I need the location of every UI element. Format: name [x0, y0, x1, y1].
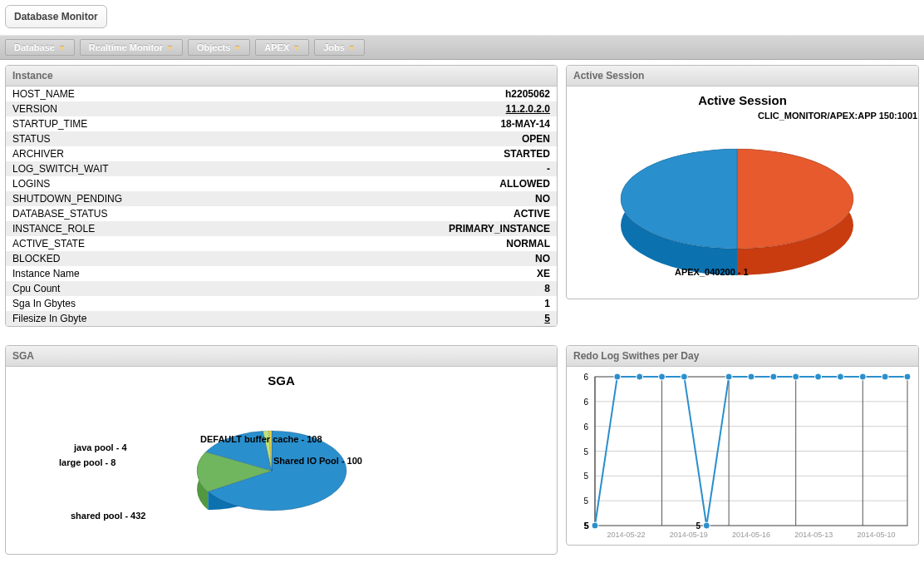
instance-key: Instance Name: [12, 268, 80, 279]
instance-key: STARTUP_TIME: [12, 118, 87, 130]
panel-sga: SGA SGA DEFAULT buffer cache - 108Shared…: [5, 345, 558, 555]
svg-text:6: 6: [583, 373, 588, 382]
instance-key: Filesize In Gbyte: [12, 313, 86, 324]
svg-text:6: 6: [583, 398, 588, 407]
panel-title-sga: SGA: [6, 346, 557, 367]
svg-text:6: 6: [615, 370, 620, 372]
panel-redo: Redo Log Swithes per Day 666555556666566…: [566, 345, 919, 546]
svg-text:2014-05-13: 2014-05-13: [794, 531, 833, 539]
instance-row: ARCHIVERSTARTED: [6, 146, 557, 161]
svg-point-40: [815, 373, 822, 380]
instance-value[interactable]: 11.2.0.2.0: [506, 103, 550, 115]
instance-row: ACTIVE_STATENORMAL: [6, 236, 557, 251]
instance-value: 18-MAY-14: [500, 118, 550, 130]
panel-instance: Instance HOST_NAMEh2205062VERSION11.2.0.…: [5, 65, 558, 327]
svg-text:2014-05-10: 2014-05-10: [857, 531, 895, 539]
instance-value: STARTED: [504, 148, 550, 160]
chart-slice-label: shared pool - 432: [71, 511, 145, 521]
chart-slice-label: large pool - 8: [59, 457, 116, 467]
chevron-down-icon: ▼: [58, 44, 66, 52]
menu-jobs[interactable]: Jobs▼: [314, 39, 365, 56]
chevron-down-icon: ▼: [292, 44, 300, 52]
svg-text:5: 5: [583, 472, 588, 481]
instance-value: 8: [544, 283, 550, 294]
instance-key: ACTIVE_STATE: [12, 238, 85, 249]
chart-title-sga: SGA: [6, 373, 557, 388]
instance-row: Filesize In Gbyte5: [6, 311, 557, 326]
svg-text:6: 6: [771, 370, 776, 372]
svg-text:6: 6: [682, 370, 687, 372]
instance-key: DATABASE_STATUS: [12, 208, 107, 220]
chart-slice-label: Shared IO Pool - 100: [273, 456, 362, 466]
instance-value: NORMAL: [506, 238, 550, 249]
chart-slice-label: java pool - 4: [74, 442, 127, 452]
menu-label: APEX: [264, 42, 289, 52]
instance-row: STARTUP_TIME18-MAY-14: [6, 116, 557, 131]
instance-value[interactable]: 5: [544, 313, 550, 324]
panel-title-instance: Instance: [6, 66, 557, 86]
instance-row: LOGINSALLOWED: [6, 176, 557, 191]
svg-point-36: [770, 373, 777, 380]
svg-text:5: 5: [584, 521, 589, 531]
app-title-button[interactable]: Database Monitor: [5, 5, 107, 28]
svg-text:5: 5: [583, 496, 588, 506]
instance-value: 1: [544, 298, 550, 309]
svg-point-22: [614, 373, 621, 380]
chart-slice-label: CLIC_MONITOR/APEX:APP 150:1001 -: [758, 111, 919, 121]
chart-title-active-session: Active Session: [567, 93, 918, 107]
instance-row: STATUSOPEN: [6, 131, 557, 146]
instance-key: INSTANCE_ROLE: [12, 223, 95, 235]
instance-row: DATABASE_STATUSACTIVE: [6, 206, 557, 221]
instance-row: BLOCKEDNO: [6, 251, 557, 266]
instance-row: HOST_NAMEh2205062: [6, 86, 557, 101]
menu-objects[interactable]: Objects▼: [188, 39, 250, 56]
instance-table: HOST_NAMEh2205062VERSION11.2.0.2.0STARTU…: [6, 86, 557, 326]
svg-text:2014-05-22: 2014-05-22: [607, 531, 646, 539]
svg-text:2014-05-16: 2014-05-16: [732, 531, 770, 539]
instance-row: Instance NameXE: [6, 266, 557, 281]
instance-value: -: [547, 163, 550, 175]
svg-point-20: [592, 522, 598, 529]
instance-value: ACTIVE: [514, 208, 550, 220]
instance-row: VERSION11.2.0.2.0: [6, 101, 557, 116]
instance-value: OPEN: [522, 133, 550, 145]
svg-text:6: 6: [816, 370, 821, 372]
svg-point-38: [793, 373, 799, 380]
svg-point-32: [725, 373, 732, 380]
svg-text:6: 6: [861, 370, 866, 372]
main-menubar: Database▼Realtime Monitor▼Objects▼APEX▼J…: [0, 35, 924, 60]
instance-value: NO: [535, 253, 550, 264]
chart-sga: DEFAULT buffer cache - 108Shared IO Pool…: [6, 388, 557, 554]
svg-point-24: [636, 373, 643, 380]
svg-point-42: [837, 373, 843, 380]
svg-point-46: [882, 373, 888, 380]
svg-text:6: 6: [905, 370, 910, 372]
menu-label: Objects: [197, 42, 230, 52]
instance-row: Sga In Gbytes1: [6, 296, 557, 311]
menu-database[interactable]: Database▼: [5, 39, 75, 56]
panel-title-redo: Redo Log Swithes per Day: [567, 346, 918, 367]
chevron-down-icon: ▼: [348, 44, 356, 52]
svg-text:6: 6: [660, 370, 665, 372]
menu-realtime-monitor[interactable]: Realtime Monitor▼: [80, 39, 183, 56]
chart-redo: 66655555666656666666662014-05-222014-05-…: [567, 367, 918, 545]
menu-label: Jobs: [323, 42, 345, 52]
svg-text:2014-05-19: 2014-05-19: [670, 531, 708, 539]
instance-value: h2205062: [505, 88, 550, 100]
instance-key: HOST_NAME: [12, 88, 75, 100]
instance-key: ARCHIVER: [12, 148, 64, 160]
panel-active-session: Active Session Active Session CLIC_MONIT…: [566, 65, 919, 299]
svg-text:6: 6: [882, 370, 887, 372]
chevron-down-icon: ▼: [233, 44, 241, 52]
chart-slice-label: DEFAULT buffer cache - 108: [200, 434, 322, 444]
svg-text:6: 6: [838, 370, 843, 372]
instance-key: SHUTDOWN_PENDING: [12, 193, 122, 205]
menu-apex[interactable]: APEX▼: [255, 39, 309, 56]
menu-label: Realtime Monitor: [89, 42, 163, 52]
instance-row: INSTANCE_ROLEPRIMARY_INSTANCE: [6, 221, 557, 236]
instance-key: LOG_SWITCH_WAIT: [12, 163, 109, 175]
chart-active-session: CLIC_MONITOR/APEX:APP 150:1001 -APEX_040…: [567, 107, 918, 299]
instance-key: VERSION: [12, 103, 57, 115]
instance-key: STATUS: [12, 133, 51, 145]
svg-point-44: [859, 373, 866, 380]
